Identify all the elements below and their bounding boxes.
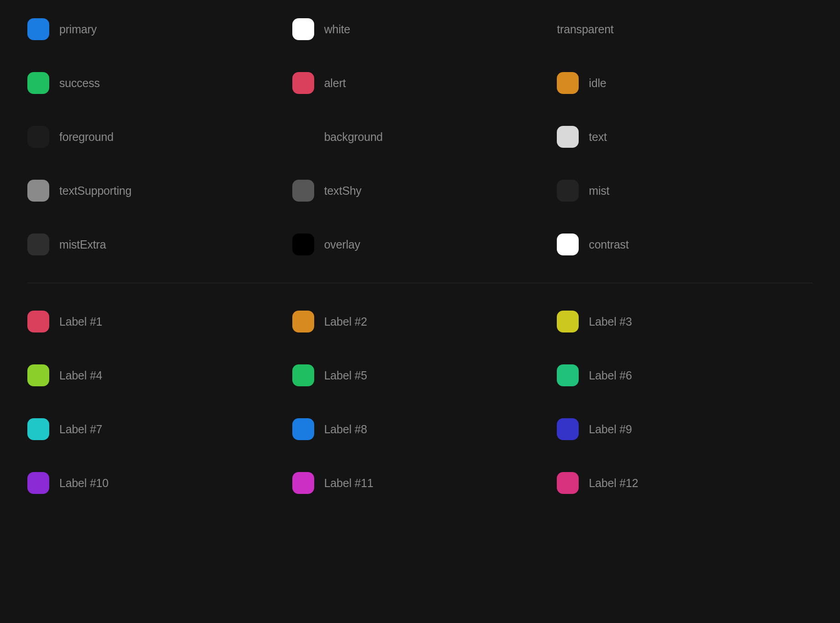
color-chip-label-11 [292, 472, 314, 494]
swatch-success: success [27, 72, 283, 94]
swatch-textSupporting: textSupporting [27, 180, 283, 202]
swatch-primary: primary [27, 18, 283, 40]
swatch-mistExtra: mistExtra [27, 234, 283, 255]
label-colors-grid: Label #1Label #2Label #3Label #4Label #5… [27, 311, 813, 494]
swatch-label: textSupporting [59, 184, 131, 197]
swatch-label-4: Label #4 [27, 364, 283, 386]
swatch-idle: idle [557, 72, 813, 94]
swatch-label-6: Label #6 [557, 364, 813, 386]
swatch-label: Label #3 [589, 315, 632, 328]
color-chip-white [292, 18, 314, 40]
color-chip-textShy [292, 180, 314, 202]
swatch-label: Label #7 [59, 423, 102, 436]
swatch-label: alert [324, 77, 346, 90]
swatch-label: Label #6 [589, 369, 632, 382]
color-chip-label-4 [27, 364, 49, 386]
swatch-label-12: Label #12 [557, 472, 813, 494]
swatch-text: text [557, 126, 813, 148]
color-chip-label-9 [557, 418, 579, 440]
swatch-contrast: contrast [557, 234, 813, 255]
section-divider [27, 283, 813, 283]
color-chip-alert [292, 72, 314, 94]
swatch-label: Label #4 [59, 369, 102, 382]
swatch-label: Label #11 [324, 477, 373, 490]
swatch-textShy: textShy [292, 180, 548, 202]
color-chip-label-8 [292, 418, 314, 440]
color-chip-idle [557, 72, 579, 94]
swatch-label-3: Label #3 [557, 311, 813, 332]
color-chip-label-10 [27, 472, 49, 494]
swatch-label: primary [59, 23, 97, 36]
color-chip-label-12 [557, 472, 579, 494]
swatch-white: white [292, 18, 548, 40]
swatch-label: white [324, 23, 350, 36]
semantic-colors-grid: primarywhitetransparentsuccessalertidlef… [27, 18, 813, 255]
swatch-label: overlay [324, 238, 360, 251]
swatch-background: background [292, 126, 548, 148]
swatch-label-2: Label #2 [292, 311, 548, 332]
color-chip-label-5 [292, 364, 314, 386]
swatch-foreground: foreground [27, 126, 283, 148]
swatch-mist: mist [557, 180, 813, 202]
color-chip-label-3 [557, 311, 579, 332]
swatch-label: Label #10 [59, 477, 109, 490]
swatch-transparent: transparent [557, 18, 813, 40]
swatch-label: mist [589, 184, 609, 197]
color-chip-text [557, 126, 579, 148]
swatch-label: Label #9 [589, 423, 632, 436]
color-chip-label-7 [27, 418, 49, 440]
swatch-label-9: Label #9 [557, 418, 813, 440]
swatch-label-5: Label #5 [292, 364, 548, 386]
swatch-label: textShy [324, 184, 362, 197]
swatch-label: transparent [557, 23, 613, 36]
color-chip-label-1 [27, 311, 49, 332]
swatch-overlay: overlay [292, 234, 548, 255]
color-chip-foreground [27, 126, 49, 148]
color-chip-overlay [292, 234, 314, 255]
swatch-label: success [59, 77, 100, 90]
swatch-label: Label #8 [324, 423, 367, 436]
swatch-label: foreground [59, 130, 114, 144]
swatch-label: Label #2 [324, 315, 367, 328]
color-chip-primary [27, 18, 49, 40]
color-chip-textSupporting [27, 180, 49, 202]
color-chip-label-2 [292, 311, 314, 332]
swatch-alert: alert [292, 72, 548, 94]
swatch-label: Label #12 [589, 477, 638, 490]
swatch-label: text [589, 130, 607, 144]
color-chip-success [27, 72, 49, 94]
swatch-label-11: Label #11 [292, 472, 548, 494]
swatch-label: Label #1 [59, 315, 102, 328]
color-chip-mist [557, 180, 579, 202]
swatch-label-8: Label #8 [292, 418, 548, 440]
swatch-label: idle [589, 77, 606, 90]
swatch-label: contrast [589, 238, 628, 251]
color-chip-mistExtra [27, 234, 49, 255]
color-chip-label-6 [557, 364, 579, 386]
color-chip-contrast [557, 234, 579, 255]
swatch-label: background [324, 130, 383, 144]
swatch-label-10: Label #10 [27, 472, 283, 494]
swatch-label-7: Label #7 [27, 418, 283, 440]
swatch-label: Label #5 [324, 369, 367, 382]
swatch-label-1: Label #1 [27, 311, 283, 332]
swatch-label: mistExtra [59, 238, 106, 251]
